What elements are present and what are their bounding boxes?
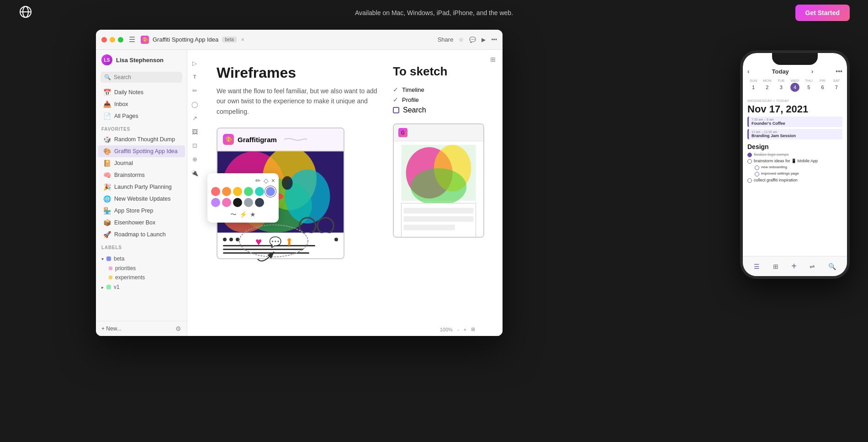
phone-day-wed[interactable]: WED 4 xyxy=(789,79,801,92)
phone-more-icon[interactable]: ••• xyxy=(836,68,842,75)
phone-task-graffiti: collect graffiti inspiration xyxy=(747,178,842,183)
phone-bottom-menu[interactable]: ☰ xyxy=(754,263,760,270)
phone-nav-prev[interactable]: ‹ xyxy=(747,68,750,75)
label-experiments[interactable]: experiments xyxy=(96,273,187,282)
zoom-minus-icon[interactable]: - xyxy=(457,327,459,332)
wireframes-description: We want the flow to feel familiar, but w… xyxy=(217,86,384,117)
search-bar[interactable]: 🔍 xyxy=(101,72,182,83)
phone-bottom-grid[interactable]: ⊞ xyxy=(773,263,778,270)
brush-1-icon[interactable]: 〜 xyxy=(230,211,237,219)
text-tool[interactable]: T xyxy=(189,71,201,83)
phone-check-brainstorm[interactable] xyxy=(747,159,752,164)
brush-3-icon[interactable]: ★ xyxy=(250,211,256,219)
comment-icon[interactable]: 💬 xyxy=(469,37,476,43)
share-button[interactable]: Share xyxy=(438,36,454,43)
maximize-button[interactable] xyxy=(118,37,123,43)
phone-event-founders[interactable]: 7:30 am – 9 am Founder's Coffee xyxy=(747,117,842,127)
search-input[interactable] xyxy=(114,74,179,80)
phone-bottom-share[interactable]: ⇌ xyxy=(810,263,815,270)
bookmark-icon[interactable]: ☆ xyxy=(459,37,464,43)
phone-nav-next[interactable]: › xyxy=(811,68,814,75)
phone-event-name-1: Founder's Coffee xyxy=(752,121,840,126)
nav-random-thought[interactable]: 🎲 Random Thought Dump xyxy=(98,133,185,145)
color-dark-gray[interactable] xyxy=(255,198,264,207)
phone-check-onboarding[interactable] xyxy=(755,165,759,170)
second-mockup-content xyxy=(394,141,483,238)
nav-all-pages[interactable]: 📄 All Pages xyxy=(98,110,185,122)
nav-journal[interactable]: 📔 Journal xyxy=(98,157,185,169)
settings-icon[interactable]: ⚙ xyxy=(175,325,181,332)
phone-bottom-add[interactable]: + xyxy=(791,261,797,272)
arrow-tool[interactable]: ▷ xyxy=(189,57,201,69)
color-yellow[interactable] xyxy=(233,187,242,196)
nav-launch-party[interactable]: 🎉 Launch Party Planning xyxy=(98,181,185,193)
roadmap-label: Roadmap to Launch xyxy=(114,231,166,238)
sidebar-toggle-icon[interactable]: ☰ xyxy=(129,35,135,44)
nav-daily-notes[interactable]: 📅 Daily Notes xyxy=(98,86,185,98)
nav-eisenhower[interactable]: 📦 Eisenhower Box xyxy=(98,217,185,229)
main-layout: LS Lisa Stephenson 🔍 📅 Daily Notes 📥 Inb… xyxy=(96,50,503,336)
new-button[interactable]: + New... xyxy=(101,325,122,332)
color-teal[interactable] xyxy=(255,187,264,196)
brush-2-icon[interactable]: ⚡ xyxy=(239,211,247,219)
zoom-plus-icon[interactable]: + xyxy=(464,327,466,332)
left-column: Wireframes We want the flow to feel fami… xyxy=(217,64,393,259)
highlighter-icon[interactable]: ◇ xyxy=(264,177,269,184)
second-art-svg xyxy=(397,145,480,238)
minimize-button[interactable] xyxy=(110,37,115,43)
color-purple[interactable] xyxy=(211,198,220,207)
pen-tool[interactable]: ✏ xyxy=(189,85,201,96)
color-gray[interactable] xyxy=(244,198,253,207)
phone-check-logo[interactable] xyxy=(747,153,752,157)
inbox-icon: 📥 xyxy=(103,101,111,108)
phone-check-graffiti[interactable] xyxy=(747,178,752,183)
svg-point-21 xyxy=(411,168,466,206)
nav-brainstorms[interactable]: 🧠 Brainstorms xyxy=(98,169,185,181)
color-indigo[interactable] xyxy=(266,187,275,196)
color-green[interactable] xyxy=(244,187,253,196)
nav-inbox[interactable]: 📥 Inbox xyxy=(98,98,185,110)
sidebar-footer: + New... ⚙ xyxy=(96,321,187,336)
label-beta[interactable]: ▾ beta xyxy=(96,254,187,264)
play-icon[interactable]: ▶ xyxy=(482,37,486,43)
phone-bottom-search[interactable]: 🔍 xyxy=(828,263,836,270)
phone-task-settings: improved settings page xyxy=(747,171,842,176)
phone-event-branding[interactable]: 11 am – 11:30 am Branding Jam Session xyxy=(747,129,842,139)
phone-check-settings[interactable] xyxy=(755,172,759,176)
experiments-label-text: experiments xyxy=(115,274,145,281)
nav-graffiti[interactable]: 🎨 Graffiti Spotting App Idea xyxy=(98,145,185,157)
color-red[interactable] xyxy=(211,187,220,196)
beta-label-text: beta xyxy=(114,256,124,262)
map-icon[interactable]: ⊞ xyxy=(471,326,475,332)
color-pink[interactable] xyxy=(222,198,231,207)
get-started-button[interactable]: Get Started xyxy=(795,5,850,21)
close-button[interactable] xyxy=(101,37,107,43)
plugin-tool[interactable]: 🔌 xyxy=(189,167,201,179)
more-icon[interactable]: ••• xyxy=(491,37,497,43)
component-tool[interactable]: ⊕ xyxy=(189,153,201,165)
label-v1[interactable]: ▸ v1 xyxy=(96,282,187,292)
pencil-icon[interactable]: ✏ xyxy=(255,177,261,184)
image-tool[interactable]: 🖼 xyxy=(189,126,201,138)
phone-event-name-2: Branding Jam Session xyxy=(752,133,840,138)
zoom-percentage: 100% xyxy=(440,327,453,332)
phone-day-thu: THU 5 xyxy=(803,79,815,92)
color-black[interactable] xyxy=(233,198,242,207)
label-priorities[interactable]: priorities xyxy=(96,264,187,273)
svg-text:⬆: ⬆ xyxy=(285,236,293,248)
svg-rect-25 xyxy=(404,224,455,230)
nav-website-updates[interactable]: 🌐 New Website Updates xyxy=(98,193,185,205)
close-color-picker-icon[interactable]: × xyxy=(271,177,275,184)
website-updates-icon: 🌐 xyxy=(103,195,111,202)
user-name: Lisa Stephenson xyxy=(116,57,164,64)
top-right-toolbar: ⊞ xyxy=(487,53,499,65)
grid-icon[interactable]: ⊞ xyxy=(487,53,499,65)
circle-tool[interactable]: ◯ xyxy=(189,98,201,110)
line-tool[interactable]: ↗ xyxy=(189,112,201,124)
color-orange[interactable] xyxy=(222,187,231,196)
tab-close-icon[interactable]: × xyxy=(241,37,244,43)
nav-roadmap[interactable]: 🚀 Roadmap to Launch xyxy=(98,229,185,240)
nav-app-store-prep[interactable]: 🏪 App Store Prep xyxy=(98,205,185,217)
frame-tool[interactable]: ⊡ xyxy=(189,139,201,151)
search-checkbox[interactable] xyxy=(393,107,399,113)
